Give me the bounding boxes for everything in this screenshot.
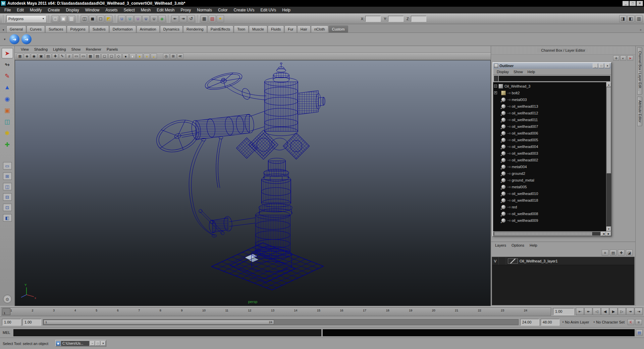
coordinate-input[interactable] <box>411 16 426 22</box>
toggle-channel-box-icon[interactable]: ▥ <box>635 15 643 22</box>
expand-toggle-icon[interactable] <box>494 91 497 94</box>
paint-selection-tool[interactable]: ✎ <box>2 71 13 81</box>
move-tool[interactable]: ▲ <box>2 82 13 93</box>
anim-layer-selector[interactable]: ▾ No Anim Layer <box>561 320 591 324</box>
render-current-frame-icon[interactable]: ▦ <box>201 15 208 22</box>
snap-to-view-plane-icon[interactable]: ∪ <box>150 15 158 22</box>
shelf-tab-fluids[interactable]: Fluids <box>268 26 284 33</box>
drag-handle[interactable] <box>2 15 5 23</box>
outliner-row[interactable]: bolt2 <box>493 90 606 96</box>
layer-playback-toggle[interactable] <box>499 257 506 265</box>
shelf-tab-deformation[interactable]: Deformation <box>109 26 136 33</box>
menu-create[interactable]: Create <box>45 7 63 13</box>
layer-sort-icon[interactable]: ▤ <box>610 250 616 256</box>
outliner-search-input[interactable] <box>499 76 610 81</box>
step-forward-key-button[interactable]: ↠ <box>626 308 634 315</box>
step-forward-frame-button[interactable]: ▷ <box>618 308 626 315</box>
step-back-key-button[interactable]: ↞ <box>584 308 592 315</box>
drag-handle[interactable] <box>197 15 199 23</box>
expand-toggle-icon[interactable] <box>494 85 497 88</box>
outliner-row[interactable]: oil_wellhead005 <box>493 137 606 143</box>
snap-to-projected-center-icon[interactable]: ∪ <box>142 15 150 22</box>
layout-two-pane-stacked-icon[interactable]: ⊟ <box>3 193 12 201</box>
menu-display[interactable]: Display <box>63 7 82 13</box>
taskbar-minimize-button[interactable]: − <box>90 341 95 346</box>
highlight-selection-icon[interactable]: ◩ <box>105 15 112 22</box>
safe-title-icon[interactable]: ◻ <box>108 53 115 59</box>
minimized-window[interactable]: ▣ C:\Users\Us... −□✕ <box>55 340 106 347</box>
outliner-row[interactable]: oil_wellhead012 <box>493 110 606 116</box>
taskbar-restore-button[interactable]: □ <box>95 341 100 346</box>
animation-end-field[interactable]: 48.00 <box>541 319 559 326</box>
output-connections-icon[interactable]: ↠ <box>179 15 187 22</box>
snap-to-point-icon[interactable]: ∪ <box>134 15 142 22</box>
shelf-tab-subdivs[interactable]: Subdivs <box>89 26 109 33</box>
shelf-tab-hair[interactable]: Hair <box>297 26 311 33</box>
minimize-button[interactable]: _ <box>623 1 629 6</box>
universal-manipulator-tool[interactable]: ◫ <box>2 116 13 127</box>
grid-icon[interactable]: # <box>66 53 72 59</box>
taskbar-close-button[interactable]: ✕ <box>101 341 106 346</box>
outliner-close-button[interactable]: ✕ <box>605 63 610 68</box>
menu-assets[interactable]: Assets <box>102 7 120 13</box>
outliner-menu-show[interactable]: Show <box>511 70 525 74</box>
snap-to-curve-icon[interactable]: ∪ <box>126 15 133 22</box>
side-tab-attribute-editor[interactable]: Attribute Editor <box>637 97 642 126</box>
smooth-shade-icon[interactable]: ● <box>122 53 129 59</box>
rotate-tool[interactable]: ◉ <box>2 94 13 104</box>
play-forwards-button[interactable]: ▶ <box>609 308 618 315</box>
shelf-tab-polygons[interactable]: Polygons <box>67 26 89 33</box>
shelf-tab-muscle[interactable]: Muscle <box>249 26 267 33</box>
outliner-row[interactable]: oil_wellhead007 <box>493 123 606 130</box>
resolution-gate-icon[interactable]: ▭ <box>80 53 87 59</box>
outliner-horizontal-scrollbar[interactable]: ◀ ▶ <box>493 231 611 236</box>
outliner-vertical-scrollbar[interactable]: ▲ ▼ <box>606 82 611 231</box>
new-scene-icon[interactable]: ▢ <box>52 15 59 22</box>
layers-menu-options[interactable]: Options <box>509 243 527 247</box>
toggle-tool-settings-icon[interactable]: ◧ <box>627 15 635 22</box>
render-settings-icon[interactable]: ✦ <box>217 15 224 22</box>
toggle-attribute-editor-icon[interactable]: ◨ <box>619 15 627 22</box>
animation-preferences-icon[interactable]: ≡ <box>635 319 642 325</box>
menu-help[interactable]: Help <box>279 7 293 13</box>
outliner-row[interactable]: oil_wellhead008 <box>493 210 606 217</box>
scroll-right-icon[interactable]: ▶ <box>606 232 611 236</box>
character-set-selector[interactable]: ▾ No Character Set <box>592 320 626 324</box>
outliner-row[interactable]: oil_wellhead003 <box>493 150 606 157</box>
select-by-component-icon[interactable]: ◻ <box>97 15 104 22</box>
go-to-end-button[interactable]: ⇥ <box>635 308 643 315</box>
shelf-tab-dynamics[interactable]: Dynamics <box>160 26 183 33</box>
outliner-row[interactable]: oil_wellhead010 <box>493 190 606 197</box>
layer-row[interactable]: V Oil_Wellhead_3_layer1 <box>492 257 634 265</box>
camera-select-icon[interactable]: ▦ <box>17 53 23 59</box>
drag-handle[interactable] <box>77 15 79 23</box>
safe-action-icon[interactable]: ◻ <box>101 53 108 59</box>
select-by-object-icon[interactable]: ◼ <box>89 15 96 22</box>
outliner-row[interactable]: oil_wellhead009 <box>493 217 606 224</box>
range-slider[interactable]: 1 24 <box>43 319 519 325</box>
coordinate-input[interactable] <box>365 16 381 22</box>
shelf-tab-toon[interactable]: Toon <box>234 26 249 33</box>
use-all-lights-icon[interactable]: ● <box>137 53 143 59</box>
shelf-tab-general[interactable]: General <box>6 26 26 33</box>
shelf-tab-curves[interactable]: Curves <box>26 26 45 33</box>
menu-create-uvs[interactable]: Create UVs <box>231 7 258 13</box>
outliner-minimize-button[interactable]: _ <box>593 63 598 68</box>
outliner-row[interactable]: red <box>493 204 606 210</box>
shelf-tabs-menu-icon[interactable]: ▾ <box>1 27 6 33</box>
layout-single-pane-icon[interactable]: ▭ <box>3 162 12 169</box>
menu-window[interactable]: Window <box>82 7 103 13</box>
command-language-toggle[interactable]: MEL <box>1 331 12 335</box>
new-empty-layer-icon[interactable]: ✚ <box>618 250 625 256</box>
channelbox-manip-icon[interactable]: ✛ <box>613 55 619 61</box>
shelf-tab-fur[interactable]: Fur <box>284 26 297 33</box>
ambient-occlusion-icon[interactable]: ◒ <box>151 53 157 59</box>
menu-color[interactable]: Color <box>215 7 231 13</box>
menu-mesh[interactable]: Mesh <box>138 7 154 13</box>
shelf-tab-custom[interactable]: Custom <box>329 26 348 33</box>
lasso-select-tool[interactable]: ↬ <box>2 59 13 70</box>
input-connections-icon[interactable]: ↞ <box>171 15 179 22</box>
outliner-row[interactable]: oil_wellhead013 <box>493 103 606 110</box>
textured-icon[interactable]: ◐ <box>129 53 136 59</box>
save-scene-icon[interactable]: ▥ <box>68 15 75 22</box>
